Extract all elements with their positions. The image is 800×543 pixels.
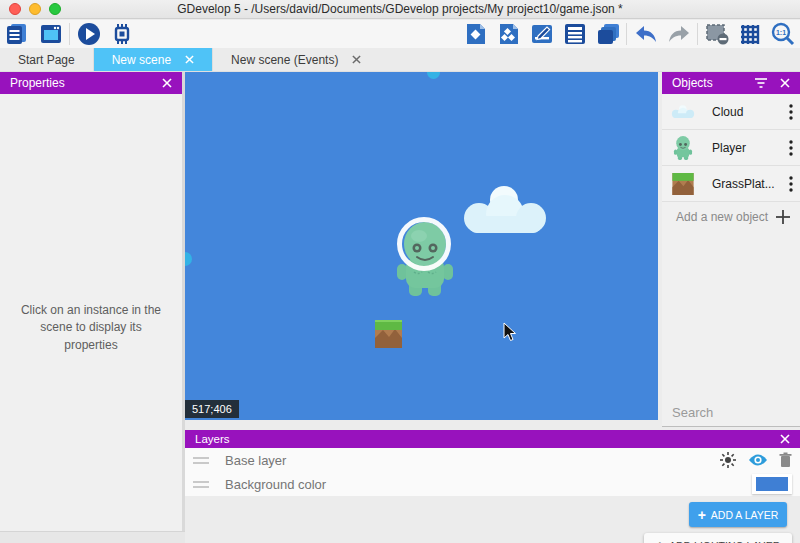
add-layer-label: ADD A LAYER (711, 509, 779, 521)
plus-icon (776, 210, 790, 224)
window-bottom-strip (0, 531, 185, 543)
toolbar-separator (697, 23, 698, 45)
objects-search (662, 399, 800, 427)
debug-icon[interactable] (108, 21, 135, 47)
panel-resize-handle-left[interactable] (185, 252, 192, 266)
instances-list-icon[interactable] (561, 21, 588, 47)
close-tab-icon[interactable] (352, 55, 361, 64)
project-manager-icon[interactable] (4, 21, 31, 47)
mouse-cursor (503, 322, 517, 342)
player-thumbnail-icon (668, 134, 698, 162)
layers-panel: Layers Base layer Background color + ADD (185, 430, 800, 543)
object-menu-icon[interactable] (782, 138, 800, 158)
add-layer-button[interactable]: + ADD A LAYER (689, 502, 787, 527)
toolbar-separator (626, 23, 627, 45)
layer-row-base[interactable]: Base layer (185, 448, 800, 472)
objects-panel-header: Objects (662, 72, 800, 94)
svg-text:1:1: 1:1 (775, 29, 785, 36)
tab-label: New scene (Events) (231, 53, 338, 67)
redo-icon[interactable] (665, 21, 692, 47)
objects-search-input[interactable] (672, 405, 800, 420)
panel-resize-handle-top[interactable] (427, 72, 440, 79)
object-name: Cloud (698, 105, 782, 119)
object-name: GrassPlat... (698, 177, 782, 191)
tab-new-scene[interactable]: New scene (93, 48, 212, 71)
layer-effects-icon[interactable] (719, 451, 737, 469)
scene-canvas[interactable]: 517;406 (185, 72, 658, 420)
background-color-swatch[interactable] (756, 477, 788, 491)
background-color-card (752, 474, 792, 494)
undo-icon[interactable] (632, 21, 659, 47)
layers-actions: + ADD A LAYER + ADD LIGHTING LAYER (185, 496, 800, 543)
toolbar: 1:1 (0, 20, 800, 48)
layers-editor-icon[interactable] (594, 21, 621, 47)
add-new-object-button[interactable]: Add a new object (662, 202, 800, 232)
properties-panel-header: Properties (0, 72, 182, 94)
layer-row-background-color[interactable]: Background color (185, 472, 800, 496)
grid-icon[interactable] (736, 21, 763, 47)
drag-handle-icon[interactable] (193, 457, 209, 464)
grass-platform-thumbnail-icon (668, 170, 698, 198)
titlebar: GDevelop 5 - /Users/david/Documents/GDev… (0, 0, 800, 19)
layer-name: Background color (209, 477, 752, 492)
tab-start-page[interactable]: Start Page (0, 48, 93, 71)
close-objects-icon[interactable] (780, 78, 790, 88)
object-row-grassplatform[interactable]: GrassPlat... (662, 166, 800, 202)
tab-label: New scene (112, 53, 171, 67)
selection-ring (397, 217, 451, 271)
plus-icon: + (656, 539, 664, 543)
properties-panel-title: Properties (10, 76, 162, 90)
grass-platform-instance[interactable] (375, 320, 402, 348)
delete-layer-trash-icon[interactable] (779, 452, 792, 468)
objects-editor-icon[interactable] (462, 21, 489, 47)
close-layers-icon[interactable] (780, 434, 790, 444)
preview-play-icon[interactable] (75, 21, 102, 47)
add-lighting-layer-button[interactable]: + ADD LIGHTING LAYER (644, 533, 792, 543)
cursor-coordinates: 517;406 (185, 400, 239, 418)
add-new-object-label: Add a new object (672, 210, 776, 224)
window-title: GDevelop 5 - /Users/david/Documents/GDev… (0, 2, 800, 16)
object-groups-editor-icon[interactable] (495, 21, 522, 47)
cloud-instance[interactable] (457, 184, 553, 238)
cloud-thumbnail-icon (668, 98, 698, 126)
zoom-1-1-icon[interactable]: 1:1 (769, 21, 796, 47)
objects-panel: Objects Cloud Player (662, 72, 800, 427)
mask-icon[interactable] (703, 21, 730, 47)
object-menu-icon[interactable] (782, 102, 800, 122)
layer-name: Base layer (209, 453, 719, 468)
gdevelop-window: GDevelop 5 - /Users/david/Documents/GDev… (0, 0, 800, 543)
tab-new-scene-events[interactable]: New scene (Events) (212, 48, 379, 71)
layer-visibility-eye-icon[interactable] (748, 453, 768, 467)
object-menu-icon[interactable] (782, 174, 800, 194)
start-page-icon[interactable] (37, 21, 64, 47)
drag-handle-icon[interactable] (193, 481, 209, 488)
layers-panel-title: Layers (195, 433, 780, 445)
tab-bar: Start Page New scene New scene (Events) (0, 48, 800, 72)
properties-empty-message: Click on an instance in the scene to dis… (14, 302, 168, 354)
object-row-player[interactable]: Player (662, 130, 800, 166)
close-properties-icon[interactable] (162, 78, 172, 88)
close-tab-icon[interactable] (185, 55, 194, 64)
filter-icon[interactable] (754, 77, 768, 89)
toolbar-separator (69, 23, 70, 45)
scene-properties-icon[interactable] (528, 21, 555, 47)
tab-label: Start Page (18, 53, 75, 67)
object-row-cloud[interactable]: Cloud (662, 94, 800, 130)
objects-panel-title: Objects (672, 76, 754, 90)
object-name: Player (698, 141, 782, 155)
properties-panel: Properties Click on an instance in the s… (0, 72, 182, 531)
plus-icon: + (698, 508, 706, 522)
layers-panel-header: Layers (185, 430, 800, 448)
